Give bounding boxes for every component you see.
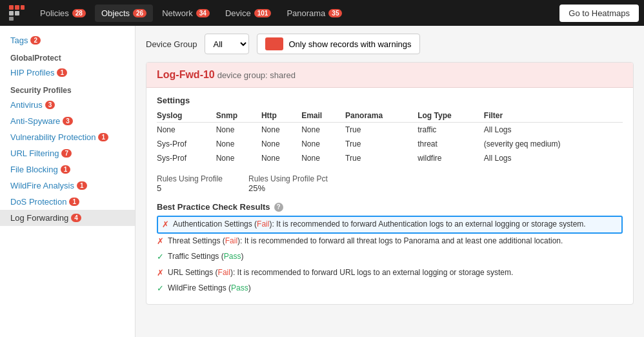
sidebar-item-vulnerability-protection[interactable]: Vulnerability Protection 1 bbox=[0, 129, 135, 145]
svg-rect-0 bbox=[9, 5, 14, 10]
rules-row: Rules Using Profile 5 Rules Using Profil… bbox=[157, 174, 623, 193]
app-logo[interactable] bbox=[5, 1, 28, 25]
table-row: Sys-ProfNoneNoneNoneTruewildfireAll Logs bbox=[157, 151, 623, 165]
sidebar-item-dos-protection[interactable]: DoS Protection 1 bbox=[0, 194, 135, 210]
sidebar-item-tags[interactable]: Tags 2 bbox=[0, 32, 135, 48]
col-logtype: Log Type bbox=[418, 109, 484, 123]
table-row: Sys-ProfNoneNoneNoneTruethreat(severity … bbox=[157, 137, 623, 151]
rules-using-profile: Rules Using Profile 5 bbox=[157, 174, 223, 193]
best-practice-section: Best Practice Check Results ? ✗Authentic… bbox=[157, 202, 623, 296]
nav-objects[interactable]: Objects 26 bbox=[95, 5, 153, 22]
bp-item-text: WildFire Settings (Pass) bbox=[168, 283, 251, 294]
sidebar-item-url-filtering[interactable]: URL Filtering 7 bbox=[0, 145, 135, 161]
bp-item: ✓Traffic Settings (Pass) bbox=[157, 249, 623, 265]
col-syslog: Syslog bbox=[157, 109, 216, 123]
bp-item-text: Traffic Settings (Pass) bbox=[168, 251, 243, 262]
svg-rect-1 bbox=[15, 5, 19, 10]
pass-icon: ✓ bbox=[157, 251, 164, 263]
main-content: Device Group All Only show records with … bbox=[136, 26, 644, 337]
fail-icon: ✗ bbox=[157, 236, 164, 247]
bp-item: ✗URL Settings (Fail): It is recommended … bbox=[157, 265, 623, 281]
sidebar-item-log-forwarding[interactable]: Log Forwarding 4 bbox=[0, 210, 135, 226]
svg-rect-4 bbox=[15, 11, 19, 15]
table-row: NoneNoneNoneNoneTruetrafficAll Logs bbox=[157, 123, 623, 138]
bp-item-text: Threat Settings (Fail): It is recommende… bbox=[168, 236, 563, 247]
col-filter: Filter bbox=[484, 109, 623, 123]
sidebar: Tags 2 GlobalProtect HIP Profiles 1 Secu… bbox=[0, 26, 136, 337]
top-navigation: Policies 28 Objects 26 Network 34 Device… bbox=[0, 0, 644, 26]
nav-network[interactable]: Network 34 bbox=[156, 5, 216, 22]
record-name: Log-Fwd-10 bbox=[157, 69, 215, 80]
pass-icon: ✓ bbox=[157, 283, 164, 294]
fail-icon: ✗ bbox=[162, 219, 169, 230]
sidebar-item-hip-profiles[interactable]: HIP Profiles 1 bbox=[0, 65, 135, 81]
card-body: Settings Syslog Snmp Http Email Panorama… bbox=[146, 88, 633, 304]
go-to-heatmaps-button[interactable]: Go to Heatmaps bbox=[559, 5, 639, 22]
record-card: Log-Fwd-10 device group: shared Settings… bbox=[146, 62, 634, 305]
bp-item: ✓WildFire Settings (Pass) bbox=[157, 281, 623, 296]
sidebar-item-wildfire-analysis[interactable]: WildFire Analysis 1 bbox=[0, 178, 135, 194]
warning-indicator bbox=[265, 37, 283, 50]
sidebar-item-anti-spyware[interactable]: Anti-Spyware 3 bbox=[0, 113, 135, 129]
sidebar-section-globalprotect: GlobalProtect bbox=[0, 48, 135, 65]
only-show-warnings-button[interactable]: Only show records with warnings bbox=[257, 34, 419, 54]
col-email: Email bbox=[301, 109, 345, 123]
nav-panorama[interactable]: Panorama 35 bbox=[280, 5, 348, 22]
col-http: Http bbox=[261, 109, 301, 123]
device-group-select[interactable]: All bbox=[205, 34, 249, 54]
svg-rect-5 bbox=[9, 17, 14, 21]
sidebar-item-file-blocking[interactable]: File Blocking 1 bbox=[0, 161, 135, 178]
card-header: Log-Fwd-10 device group: shared bbox=[146, 63, 633, 88]
sidebar-item-antivirus[interactable]: Antivirus 3 bbox=[0, 97, 135, 113]
col-panorama: Panorama bbox=[345, 109, 418, 123]
device-group-row: Device Group All Only show records with … bbox=[146, 34, 634, 54]
col-snmp: Snmp bbox=[216, 109, 261, 123]
svg-rect-3 bbox=[9, 11, 14, 15]
sidebar-section-security-profiles: Security Profiles bbox=[0, 81, 135, 97]
nav-device[interactable]: Device 101 bbox=[219, 5, 277, 22]
fail-icon: ✗ bbox=[157, 267, 164, 279]
settings-label: Settings bbox=[157, 96, 623, 105]
nav-policies[interactable]: Policies 28 bbox=[34, 5, 92, 22]
bp-title: Best Practice Check Results ? bbox=[157, 202, 623, 212]
bp-item: ✗Threat Settings (Fail): It is recommend… bbox=[157, 234, 623, 249]
device-group-label: Device Group bbox=[146, 39, 197, 49]
rules-using-profile-pct: Rules Using Profile Pct 25% bbox=[248, 174, 328, 193]
bp-help-icon[interactable]: ? bbox=[274, 203, 283, 212]
svg-rect-2 bbox=[21, 5, 25, 10]
bp-item: ✗Authentication Settings (Fail): It is r… bbox=[157, 216, 623, 234]
bp-item-text: Authentication Settings (Fail): It is re… bbox=[173, 219, 586, 230]
record-sub: device group: shared bbox=[217, 70, 296, 80]
main-layout: Tags 2 GlobalProtect HIP Profiles 1 Secu… bbox=[0, 26, 644, 337]
settings-table: Syslog Snmp Http Email Panorama Log Type… bbox=[157, 109, 623, 165]
bp-item-text: URL Settings (Fail): It is recommended t… bbox=[168, 267, 513, 278]
